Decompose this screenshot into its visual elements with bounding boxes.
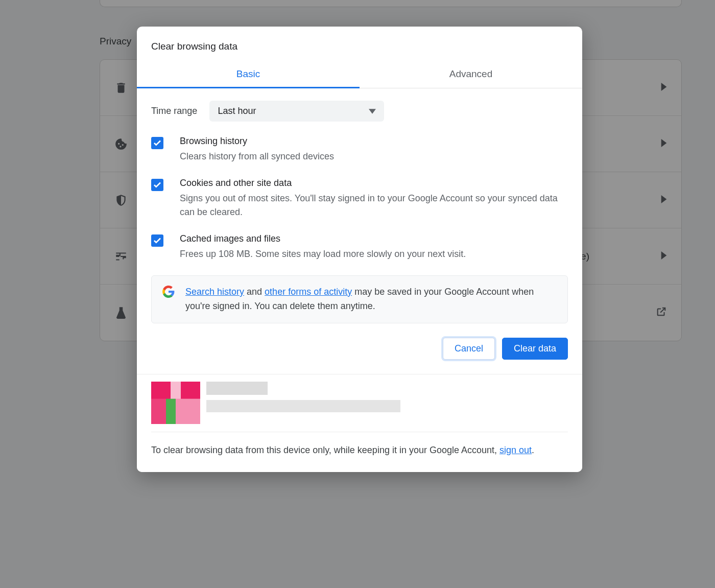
checkbox-cookies[interactable]: [151, 179, 163, 191]
link-search-history[interactable]: Search history: [185, 287, 244, 297]
clear-data-button[interactable]: Clear data: [502, 338, 568, 360]
option-desc: Clears history from all synced devices: [180, 150, 568, 163]
chevron-down-icon: [369, 106, 376, 116]
option-desc: Frees up 108 MB. Some sites may load mor…: [180, 247, 568, 261]
account-text-redacted: [206, 382, 400, 412]
checkbox-cache[interactable]: [151, 234, 163, 247]
info-text: Search history and other forms of activi…: [185, 285, 557, 314]
option-cache: Cached images and files Frees up 108 MB.…: [151, 233, 568, 261]
option-title: Browsing history: [180, 136, 568, 147]
checkmark-icon: [153, 180, 162, 190]
option-title: Cookies and other site data: [180, 178, 568, 189]
dialog-actions: Cancel Clear data: [137, 323, 582, 374]
clear-browsing-data-dialog: Clear browsing data Basic Advanced Time …: [137, 27, 582, 472]
tab-basic[interactable]: Basic: [137, 61, 360, 88]
checkmark-icon: [153, 236, 162, 245]
cancel-button[interactable]: Cancel: [443, 338, 495, 360]
signed-in-account-row: [137, 374, 582, 425]
link-other-activity[interactable]: other forms of activity: [265, 287, 352, 297]
option-browsing-history: Browsing history Clears history from all…: [151, 136, 568, 163]
time-range-select[interactable]: Last hour: [209, 101, 384, 122]
time-range-row: Time range Last hour: [151, 101, 568, 122]
google-logo-icon: [162, 285, 175, 298]
checkbox-browsing-history[interactable]: [151, 137, 163, 149]
tab-advanced[interactable]: Advanced: [360, 61, 582, 88]
footer-text: To clear browsing data from this device …: [137, 432, 582, 472]
dialog-body: Time range Last hour Browsing history Cl…: [137, 88, 582, 323]
checkmark-icon: [153, 138, 162, 148]
time-range-value: Last hour: [218, 106, 256, 116]
option-desc: Signs you out of most sites. You'll stay…: [180, 192, 568, 219]
dialog-title: Clear browsing data: [137, 27, 582, 61]
option-title: Cached images and files: [180, 233, 568, 244]
google-account-info-box: Search history and other forms of activi…: [151, 275, 568, 323]
dialog-tabs: Basic Advanced: [137, 61, 582, 88]
dialog-footer: To clear browsing data from this device …: [137, 374, 582, 472]
option-cookies: Cookies and other site data Signs you ou…: [151, 178, 568, 219]
time-range-label: Time range: [151, 106, 197, 116]
account-avatar-redacted: [151, 382, 200, 425]
link-sign-out[interactable]: sign out: [499, 445, 532, 455]
